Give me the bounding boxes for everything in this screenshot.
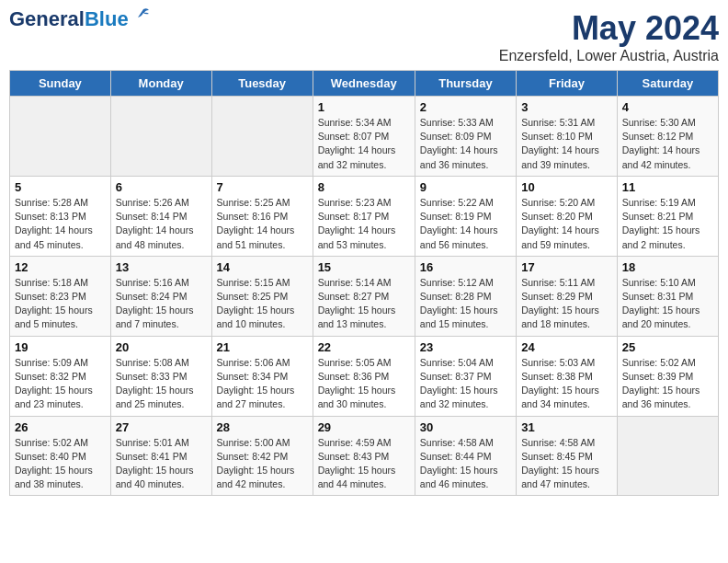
calendar-cell: 1Sunrise: 5:34 AM Sunset: 8:07 PM Daylig… bbox=[313, 97, 415, 177]
calendar-cell: 31Sunrise: 4:58 AM Sunset: 8:45 PM Dayli… bbox=[517, 416, 618, 496]
day-header-monday: Monday bbox=[110, 71, 211, 97]
day-info: Sunrise: 5:26 AM Sunset: 8:14 PM Dayligh… bbox=[116, 196, 207, 252]
day-number: 5 bbox=[15, 180, 106, 194]
calendar-cell bbox=[211, 97, 313, 177]
calendar-cell: 15Sunrise: 5:14 AM Sunset: 8:27 PM Dayli… bbox=[313, 256, 415, 336]
day-number: 11 bbox=[622, 180, 713, 194]
day-info: Sunrise: 5:06 AM Sunset: 8:34 PM Dayligh… bbox=[217, 356, 308, 412]
title-block: May 2024 Enzersfeld, Lower Austria, Aust… bbox=[499, 9, 719, 64]
day-number: 18 bbox=[622, 260, 713, 274]
calendar-cell: 13Sunrise: 5:16 AM Sunset: 8:24 PM Dayli… bbox=[110, 256, 211, 336]
day-info: Sunrise: 5:31 AM Sunset: 8:10 PM Dayligh… bbox=[521, 116, 612, 172]
day-info: Sunrise: 5:10 AM Sunset: 8:31 PM Dayligh… bbox=[622, 276, 713, 332]
day-number: 1 bbox=[318, 100, 410, 114]
day-info: Sunrise: 5:02 AM Sunset: 8:40 PM Dayligh… bbox=[15, 436, 106, 492]
day-info: Sunrise: 5:16 AM Sunset: 8:24 PM Dayligh… bbox=[116, 276, 207, 332]
day-number: 30 bbox=[420, 420, 511, 434]
calendar-week-row: 26Sunrise: 5:02 AM Sunset: 8:40 PM Dayli… bbox=[10, 416, 719, 496]
day-number: 21 bbox=[217, 340, 308, 354]
day-info: Sunrise: 5:33 AM Sunset: 8:09 PM Dayligh… bbox=[420, 116, 511, 172]
calendar-week-row: 12Sunrise: 5:18 AM Sunset: 8:23 PM Dayli… bbox=[10, 256, 719, 336]
calendar-cell: 21Sunrise: 5:06 AM Sunset: 8:34 PM Dayli… bbox=[211, 336, 313, 416]
day-info: Sunrise: 4:58 AM Sunset: 8:44 PM Dayligh… bbox=[420, 436, 511, 492]
day-info: Sunrise: 5:14 AM Sunset: 8:27 PM Dayligh… bbox=[318, 276, 410, 332]
day-info: Sunrise: 5:00 AM Sunset: 8:42 PM Dayligh… bbox=[217, 436, 308, 492]
day-info: Sunrise: 5:09 AM Sunset: 8:32 PM Dayligh… bbox=[15, 356, 106, 412]
day-info: Sunrise: 5:11 AM Sunset: 8:29 PM Dayligh… bbox=[521, 276, 612, 332]
day-info: Sunrise: 5:30 AM Sunset: 8:12 PM Dayligh… bbox=[622, 116, 713, 172]
calendar-cell: 2Sunrise: 5:33 AM Sunset: 8:09 PM Daylig… bbox=[415, 97, 516, 177]
calendar-cell: 14Sunrise: 5:15 AM Sunset: 8:25 PM Dayli… bbox=[211, 256, 313, 336]
calendar-cell: 8Sunrise: 5:23 AM Sunset: 8:17 PM Daylig… bbox=[313, 176, 415, 256]
calendar-cell: 4Sunrise: 5:30 AM Sunset: 8:12 PM Daylig… bbox=[617, 97, 718, 177]
day-number: 16 bbox=[420, 260, 511, 274]
day-info: Sunrise: 5:01 AM Sunset: 8:41 PM Dayligh… bbox=[116, 436, 207, 492]
day-number: 8 bbox=[318, 180, 410, 194]
calendar-cell bbox=[617, 416, 718, 496]
calendar-cell: 28Sunrise: 5:00 AM Sunset: 8:42 PM Dayli… bbox=[211, 416, 313, 496]
calendar-cell: 5Sunrise: 5:28 AM Sunset: 8:13 PM Daylig… bbox=[10, 176, 111, 256]
day-number: 4 bbox=[622, 100, 713, 114]
calendar-cell: 11Sunrise: 5:19 AM Sunset: 8:21 PM Dayli… bbox=[617, 176, 718, 256]
calendar-cell: 25Sunrise: 5:02 AM Sunset: 8:39 PM Dayli… bbox=[617, 336, 718, 416]
day-info: Sunrise: 5:25 AM Sunset: 8:16 PM Dayligh… bbox=[217, 196, 308, 252]
calendar-cell: 27Sunrise: 5:01 AM Sunset: 8:41 PM Dayli… bbox=[110, 416, 211, 496]
day-number: 10 bbox=[521, 180, 612, 194]
day-number: 27 bbox=[116, 420, 207, 434]
calendar-week-row: 19Sunrise: 5:09 AM Sunset: 8:32 PM Dayli… bbox=[10, 336, 719, 416]
page-header: GeneralBlue May 2024 Enzersfeld, Lower A… bbox=[9, 9, 719, 64]
calendar-cell: 3Sunrise: 5:31 AM Sunset: 8:10 PM Daylig… bbox=[517, 97, 618, 177]
calendar-cell: 7Sunrise: 5:25 AM Sunset: 8:16 PM Daylig… bbox=[211, 176, 313, 256]
day-number: 20 bbox=[116, 340, 207, 354]
calendar-week-row: 1Sunrise: 5:34 AM Sunset: 8:07 PM Daylig… bbox=[10, 97, 719, 177]
calendar-cell: 29Sunrise: 4:59 AM Sunset: 8:43 PM Dayli… bbox=[313, 416, 415, 496]
day-info: Sunrise: 5:18 AM Sunset: 8:23 PM Dayligh… bbox=[15, 276, 106, 332]
day-header-saturday: Saturday bbox=[617, 71, 718, 97]
day-number: 13 bbox=[116, 260, 207, 274]
day-info: Sunrise: 5:15 AM Sunset: 8:25 PM Dayligh… bbox=[217, 276, 308, 332]
calendar-cell: 24Sunrise: 5:03 AM Sunset: 8:38 PM Dayli… bbox=[517, 336, 618, 416]
day-info: Sunrise: 5:34 AM Sunset: 8:07 PM Dayligh… bbox=[318, 116, 410, 172]
day-number: 19 bbox=[15, 340, 106, 354]
calendar-header-row: SundayMondayTuesdayWednesdayThursdayFrid… bbox=[10, 71, 719, 97]
day-info: Sunrise: 5:08 AM Sunset: 8:33 PM Dayligh… bbox=[116, 356, 207, 412]
day-header-friday: Friday bbox=[517, 71, 618, 97]
day-number: 26 bbox=[15, 420, 106, 434]
day-number: 28 bbox=[217, 420, 308, 434]
day-header-thursday: Thursday bbox=[415, 71, 516, 97]
calendar-cell: 26Sunrise: 5:02 AM Sunset: 8:40 PM Dayli… bbox=[10, 416, 111, 496]
calendar-week-row: 5Sunrise: 5:28 AM Sunset: 8:13 PM Daylig… bbox=[10, 176, 719, 256]
calendar-cell: 12Sunrise: 5:18 AM Sunset: 8:23 PM Dayli… bbox=[10, 256, 111, 336]
calendar-cell: 20Sunrise: 5:08 AM Sunset: 8:33 PM Dayli… bbox=[110, 336, 211, 416]
day-header-tuesday: Tuesday bbox=[211, 71, 313, 97]
day-header-sunday: Sunday bbox=[10, 71, 111, 97]
day-info: Sunrise: 5:23 AM Sunset: 8:17 PM Dayligh… bbox=[318, 196, 410, 252]
day-number: 29 bbox=[318, 420, 410, 434]
day-number: 6 bbox=[116, 180, 207, 194]
logo: GeneralBlue bbox=[9, 9, 151, 29]
calendar-table: SundayMondayTuesdayWednesdayThursdayFrid… bbox=[9, 70, 719, 496]
day-number: 25 bbox=[622, 340, 713, 354]
calendar-cell: 16Sunrise: 5:12 AM Sunset: 8:28 PM Dayli… bbox=[415, 256, 516, 336]
day-info: Sunrise: 4:58 AM Sunset: 8:45 PM Dayligh… bbox=[521, 436, 612, 492]
day-number: 3 bbox=[521, 100, 612, 114]
day-number: 31 bbox=[521, 420, 612, 434]
calendar-cell: 18Sunrise: 5:10 AM Sunset: 8:31 PM Dayli… bbox=[617, 256, 718, 336]
calendar-cell: 22Sunrise: 5:05 AM Sunset: 8:36 PM Dayli… bbox=[313, 336, 415, 416]
day-number: 9 bbox=[420, 180, 511, 194]
day-number: 23 bbox=[420, 340, 511, 354]
calendar-cell: 30Sunrise: 4:58 AM Sunset: 8:44 PM Dayli… bbox=[415, 416, 516, 496]
day-info: Sunrise: 5:05 AM Sunset: 8:36 PM Dayligh… bbox=[318, 356, 410, 412]
calendar-cell bbox=[10, 97, 111, 177]
logo-text: GeneralBlue bbox=[9, 9, 129, 29]
calendar-cell: 17Sunrise: 5:11 AM Sunset: 8:29 PM Dayli… bbox=[517, 256, 618, 336]
day-info: Sunrise: 4:59 AM Sunset: 8:43 PM Dayligh… bbox=[318, 436, 410, 492]
day-info: Sunrise: 5:19 AM Sunset: 8:21 PM Dayligh… bbox=[622, 196, 713, 252]
day-number: 15 bbox=[318, 260, 410, 274]
day-number: 12 bbox=[15, 260, 106, 274]
day-number: 24 bbox=[521, 340, 612, 354]
day-info: Sunrise: 5:02 AM Sunset: 8:39 PM Dayligh… bbox=[622, 356, 713, 412]
calendar-cell: 9Sunrise: 5:22 AM Sunset: 8:19 PM Daylig… bbox=[415, 176, 516, 256]
day-header-wednesday: Wednesday bbox=[313, 71, 415, 97]
day-info: Sunrise: 5:20 AM Sunset: 8:20 PM Dayligh… bbox=[521, 196, 612, 252]
